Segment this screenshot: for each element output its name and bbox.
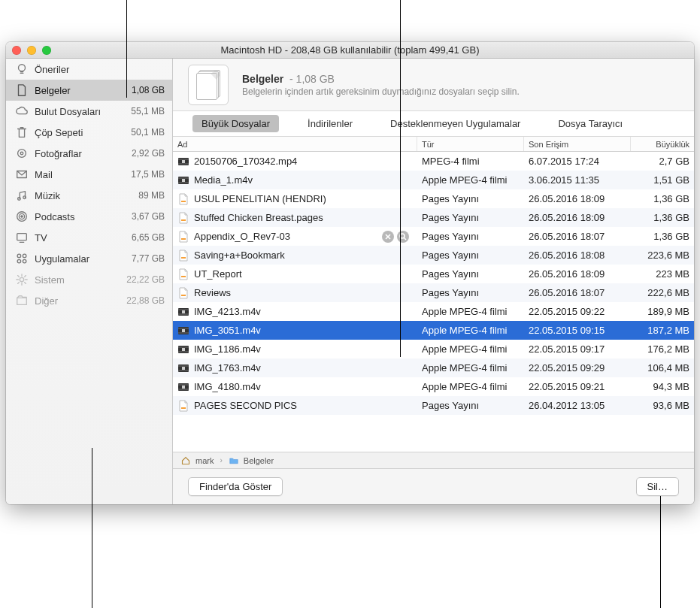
table-row[interactable]: Appendix_O_Rev7-03 Pages Yayını 26.05.20… bbox=[173, 227, 694, 246]
sidebar-item-uygulamalar[interactable]: Uygulamalar7,77 GB bbox=[6, 248, 172, 269]
delete-button[interactable]: Sil… bbox=[636, 477, 679, 496]
table-row[interactable]: PAGES SECOND PICS Pages Yayını 26.04.201… bbox=[173, 396, 694, 415]
documents-icon bbox=[188, 65, 229, 105]
table-row[interactable]: Reviews Pages Yayını 26.05.2016 18:07 22… bbox=[173, 283, 694, 302]
sidebar-item-podcasts[interactable]: Podcasts3,67 GB bbox=[6, 206, 172, 227]
column-header-date[interactable]: Son Erişim bbox=[524, 137, 631, 151]
column-header-name[interactable]: Ad bbox=[173, 137, 417, 151]
sidebar-item-bulut-dosyalar-[interactable]: Bulut Dosyaları55,1 MB bbox=[6, 101, 172, 122]
svg-rect-19 bbox=[182, 179, 185, 182]
svg-rect-36 bbox=[182, 386, 185, 389]
file-date: 22.05.2015 09:17 bbox=[524, 340, 631, 358]
svg-point-5 bbox=[23, 196, 26, 199]
file-name: IMG_1186.m4v bbox=[194, 343, 412, 355]
column-header-size[interactable]: Büyüklük bbox=[631, 137, 694, 151]
system-icon bbox=[15, 273, 29, 286]
file-type: Apple MPEG-4 filmi bbox=[417, 358, 524, 377]
sidebar-item-di-er: Diğer22,88 GB bbox=[6, 290, 172, 311]
table-row[interactable]: IMG_3051.m4v Apple MPEG-4 filmi 22.05.20… bbox=[173, 321, 694, 340]
tab-0[interactable]: Büyük Dosyalar bbox=[192, 115, 279, 132]
category-header: Belgeler - 1,08 GB Belgelerin içinden ar… bbox=[173, 59, 694, 111]
titlebar: Macintosh HD - 208,48 GB kullanılabilir … bbox=[6, 42, 694, 59]
quick-look-icon[interactable] bbox=[397, 231, 409, 243]
table-row[interactable]: USUL PENELITIAN (HENDRI) Pages Yayını 26… bbox=[173, 189, 694, 208]
table-row[interactable]: IMG_1186.m4v Apple MPEG-4 filmi 22.05.20… bbox=[173, 340, 694, 358]
storage-management-window: Macintosh HD - 208,48 GB kullanılabilir … bbox=[6, 42, 694, 504]
file-date: 26.04.2012 13:05 bbox=[524, 396, 631, 415]
sidebar-item-label: Müzik bbox=[35, 190, 132, 201]
file-size: 93,6 MB bbox=[631, 396, 694, 415]
path-segment-home[interactable]: mark bbox=[195, 456, 214, 465]
podcasts-icon bbox=[15, 210, 29, 223]
file-date: 26.05.2016 18:07 bbox=[524, 227, 631, 246]
sidebar-item--neriler[interactable]: Öneriler bbox=[6, 59, 172, 80]
sidebar-item--p-sepeti[interactable]: Çöp Sepeti50,1 MB bbox=[6, 122, 172, 143]
sidebar-item-label: Mail bbox=[35, 169, 125, 180]
file-icon bbox=[177, 306, 189, 318]
file-date: 6.07.2015 17:24 bbox=[524, 152, 631, 171]
file-date: 22.05.2015 09:21 bbox=[524, 377, 631, 396]
table-row[interactable]: 20150706_170342.mp4 MPEG-4 filmi 6.07.20… bbox=[173, 152, 694, 171]
file-icon bbox=[177, 381, 189, 393]
sidebar-item-size: 3,67 GB bbox=[132, 211, 165, 222]
file-type: Pages Yayını bbox=[417, 265, 524, 283]
file-type: Apple MPEG-4 filmi bbox=[417, 302, 524, 321]
svg-rect-30 bbox=[182, 329, 185, 332]
row-delete-icon[interactable] bbox=[382, 231, 394, 243]
table-row[interactable]: IMG_4213.m4v Apple MPEG-4 filmi 22.05.20… bbox=[173, 302, 694, 321]
file-icon bbox=[177, 156, 189, 168]
doc-icon bbox=[15, 83, 29, 97]
tab-3[interactable]: Dosya Tarayıcı bbox=[549, 115, 632, 132]
sidebar-item-tv[interactable]: TV6,65 GB bbox=[6, 227, 172, 248]
file-size: 1,51 GB bbox=[631, 171, 694, 189]
file-type: Pages Yayını bbox=[417, 396, 524, 415]
path-segment-folder[interactable]: Belgeler bbox=[244, 456, 274, 465]
table-row[interactable]: IMG_4180.m4v Apple MPEG-4 filmi 22.05.20… bbox=[173, 377, 694, 396]
file-size: 1,36 GB bbox=[631, 227, 694, 246]
folder-icon bbox=[229, 455, 239, 466]
tab-1[interactable]: İndirilenler bbox=[298, 115, 362, 132]
tab-2[interactable]: Desteklenmeyen Uygulamalar bbox=[381, 115, 529, 132]
file-date: 22.05.2015 09:15 bbox=[524, 321, 631, 340]
file-type: Pages Yayını bbox=[417, 227, 524, 246]
trash-icon bbox=[15, 126, 29, 139]
chevron-right-icon: › bbox=[218, 456, 223, 464]
annotation-line bbox=[126, 0, 127, 98]
svg-point-10 bbox=[17, 254, 21, 258]
file-icon bbox=[177, 362, 189, 374]
file-size: 94,3 MB bbox=[631, 377, 694, 396]
file-size: 106,4 MB bbox=[631, 358, 694, 377]
annotation-line bbox=[92, 448, 92, 608]
annotation-line bbox=[400, 0, 401, 357]
home-icon bbox=[180, 455, 191, 466]
sidebar-item-belgeler[interactable]: Belgeler1,08 GB bbox=[6, 80, 172, 101]
file-name: IMG_4180.m4v bbox=[194, 381, 412, 392]
file-date: 22.05.2015 09:29 bbox=[524, 358, 631, 377]
file-date: 26.05.2016 18:07 bbox=[524, 283, 631, 302]
sidebar-item-mail[interactable]: Mail17,5 MB bbox=[6, 164, 172, 185]
file-table: Ad Tür Son Erişim Büyüklük 20150706_1703… bbox=[173, 137, 694, 452]
sidebar: ÖnerilerBelgeler1,08 GBBulut Dosyaları55… bbox=[6, 59, 173, 504]
sidebar-item-foto-raflar[interactable]: Fotoğraflar2,92 GB bbox=[6, 143, 172, 164]
table-row[interactable]: Media_1.m4v Apple MPEG-4 filmi 3.06.2015… bbox=[173, 171, 694, 189]
file-icon bbox=[177, 212, 189, 224]
file-icon bbox=[177, 193, 189, 205]
sidebar-item-label: Çöp Sepeti bbox=[35, 127, 125, 138]
show-in-finder-button[interactable]: Finder'da Göster bbox=[188, 477, 283, 496]
sidebar-item-label: Sistem bbox=[35, 274, 120, 286]
sidebar-item-label: Diğer bbox=[35, 295, 120, 307]
file-type: Pages Yayını bbox=[417, 246, 524, 265]
file-type: Pages Yayını bbox=[417, 189, 524, 208]
table-row[interactable]: UT_Report Pages Yayını 26.05.2016 18:09 … bbox=[173, 265, 694, 283]
file-icon bbox=[177, 231, 189, 243]
file-icon bbox=[177, 343, 189, 355]
sidebar-item-size: 17,5 MB bbox=[131, 169, 165, 180]
table-row[interactable]: IMG_1763.m4v Apple MPEG-4 filmi 22.05.20… bbox=[173, 358, 694, 377]
file-name: Saving+a+Bookmark bbox=[194, 250, 412, 261]
table-row[interactable]: Stuffed Chicken Breast.pages Pages Yayın… bbox=[173, 208, 694, 227]
column-header-type[interactable]: Tür bbox=[417, 137, 524, 151]
table-row[interactable]: Saving+a+Bookmark Pages Yayını 26.05.201… bbox=[173, 246, 694, 265]
sidebar-item-m-zik[interactable]: Müzik89 MB bbox=[6, 185, 172, 206]
apps-icon bbox=[15, 252, 29, 265]
svg-point-14 bbox=[20, 277, 23, 281]
